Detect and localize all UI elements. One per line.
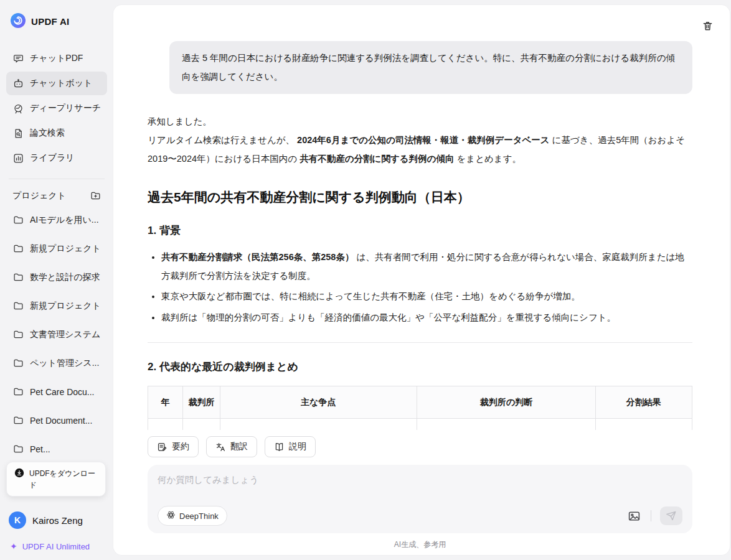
- translate-button[interactable]: 翻訳: [206, 436, 257, 457]
- cell-result: 強制競売＋代金分配: [595, 419, 692, 430]
- library-icon: [12, 152, 24, 164]
- col-header-year: 年: [148, 386, 183, 419]
- col-header-court: 裁判所: [183, 386, 220, 419]
- col-header-result: 分割結果: [595, 386, 692, 419]
- download-updf-button[interactable]: UPDFをダウンロード: [6, 462, 106, 497]
- section-2-title: 2. 代表的な最近の裁判例まとめ: [148, 357, 692, 378]
- projects-header: プロジェクト: [6, 187, 107, 207]
- chat-pdf-icon: [12, 53, 24, 64]
- chat-input-area: DeepThink: [148, 465, 692, 533]
- sidebar-item-deep-research[interactable]: ディープリサーチ: [6, 96, 107, 120]
- project-item[interactable]: AIモデルを用い...: [6, 207, 107, 234]
- input-toolbar: DeepThink: [158, 506, 682, 526]
- project-label: 新規プロジェクト: [30, 301, 101, 312]
- bullet-item: 共有不動産分割請求（民法第256条、第258条） は、共有者間で利用・処分に関す…: [161, 248, 692, 285]
- folder-icon: [12, 329, 24, 340]
- sidebar-item-paper-search[interactable]: 論文検索: [6, 121, 107, 145]
- updf-logo-icon: [10, 12, 26, 30]
- folder-icon: [12, 243, 24, 254]
- explain-icon: [274, 442, 285, 452]
- folder-icon: [12, 358, 24, 369]
- delete-chat-button[interactable]: [700, 19, 715, 35]
- explain-button[interactable]: 説明: [265, 436, 316, 457]
- brand: UPDF AI: [10, 12, 103, 30]
- project-item[interactable]: Pet Care Docu...: [6, 378, 107, 406]
- chat-bottom-panel: 要約 翻訳: [113, 430, 730, 555]
- folder-icon: [12, 444, 24, 455]
- cell-court: 東京地裁: [183, 419, 220, 430]
- sidebar-item-library[interactable]: ライブラリ: [6, 146, 107, 170]
- response-title: 過去5年間の共有不動産分割に関する判例動向（日本）: [148, 187, 692, 207]
- action-label: 翻訳: [230, 441, 248, 452]
- bullet-text: 東京や大阪など都市圏では、特に相続によって生じた共有不動産（住宅・土地）をめぐる…: [161, 291, 580, 301]
- action-label: 説明: [289, 441, 306, 452]
- toolbar-divider: [651, 510, 651, 521]
- project-item[interactable]: Pet Document...: [6, 407, 107, 434]
- send-button[interactable]: [660, 506, 682, 525]
- intro-bold: 共有不動産の分割に関する判例の傾向: [299, 154, 454, 164]
- chat-messages[interactable]: 過去 5 年間の日本における財産紛争に関連する判例法を調査してください。特に、共…: [113, 5, 730, 430]
- project-item[interactable]: 数学と設計の探求: [6, 264, 107, 291]
- bullet-bold: 共有不動産分割請求（民法第256条、第258条）: [161, 252, 354, 262]
- folder-icon: [12, 386, 24, 398]
- table-header-row: 年 裁判所 主な争点 裁判所の判断 分割結果: [148, 386, 692, 419]
- new-project-icon[interactable]: [90, 190, 101, 202]
- input-right-controls: [626, 506, 682, 525]
- background-bullets: 共有不動産分割請求（民法第256条、第258条） は、共有者間で利用・処分に関す…: [148, 248, 692, 327]
- projects-title: プロジェクト: [12, 190, 66, 202]
- project-item[interactable]: 新規プロジェクト: [6, 235, 107, 263]
- user-name: Kairos Zeng: [32, 515, 83, 526]
- translate-icon: [215, 442, 226, 452]
- project-label: AIモデルを用い...: [30, 215, 99, 226]
- intro-text: をまとめます。: [454, 154, 521, 164]
- sidebar-item-label: チャットPDF: [30, 53, 83, 64]
- plan-badge[interactable]: ✦ UPDF AI Unlimited: [6, 533, 107, 553]
- intro-bold: 2024年6月までの公知の司法情報・報道・裁判例データベース: [297, 135, 550, 145]
- project-item[interactable]: 新規プロジェクト: [6, 292, 107, 320]
- project-label: Pet...: [30, 444, 50, 454]
- folder-icon: [12, 272, 24, 283]
- download-label: UPDFをダウンロード: [29, 468, 98, 490]
- sidebar-item-label: ライブラリ: [30, 152, 75, 164]
- deepthink-toggle[interactable]: DeepThink: [158, 506, 227, 526]
- bullet-item: 東京や大阪など都市圏では、特に相続によって生じた共有不動産（住宅・土地）をめぐる…: [161, 287, 692, 306]
- deep-research-icon: [12, 103, 24, 114]
- user-profile[interactable]: K Kairos Zeng: [6, 508, 107, 533]
- project-label: 数学と設計の探求: [30, 272, 100, 283]
- project-item[interactable]: Pet...: [6, 436, 107, 460]
- ai-response: 承知しました。 リアルタイム検索は行えませんが、 2024年6月までの公知の司法…: [148, 113, 692, 430]
- cell-year: 2023: [148, 419, 183, 430]
- table-row: 2023 東京地裁 相続で取得した土地を兄弟2人で共有、1人が売却希望、他方は居…: [148, 419, 692, 430]
- case-law-table: 年 裁判所 主な争点 裁判所の判断 分割結果 2023 東京地裁 相続で取得した…: [148, 386, 692, 430]
- project-label: Pet Care Docu...: [30, 387, 95, 397]
- sidebar-divider: [9, 179, 105, 179]
- section-1-title: 1. 背景: [148, 220, 692, 242]
- col-header-judgement: 裁判所の判断: [417, 386, 596, 419]
- project-label: 文書管理システム: [30, 329, 100, 340]
- folder-icon: [12, 301, 24, 312]
- col-header-issue: 主な争点: [220, 386, 417, 419]
- sidebar-item-label: チャットボット: [30, 78, 92, 89]
- summarize-icon: [157, 442, 167, 452]
- chatbot-icon: [12, 78, 24, 89]
- sidebar-item-chatbot[interactable]: チャットボット: [6, 72, 107, 95]
- section-divider: [148, 342, 692, 343]
- sidebar-item-chat-pdf[interactable]: チャットPDF: [6, 47, 107, 70]
- chat-input[interactable]: [158, 475, 682, 485]
- sidebar-item-label: 論文検索: [30, 128, 65, 139]
- sidebar: UPDF AI チャットPDF: [0, 0, 113, 560]
- quick-actions: 要約 翻訳: [148, 436, 692, 457]
- deepthink-icon: [166, 510, 176, 521]
- cell-issue: 相続で取得した土地を兄弟2人で共有、1人が売却希望、他方は居住継続希望: [220, 419, 417, 430]
- sparkle-icon: ✦: [10, 541, 17, 551]
- plan-label: UPDF AI Unlimited: [22, 542, 90, 551]
- attach-image-button[interactable]: [626, 508, 642, 524]
- project-label: Pet Document...: [30, 416, 92, 426]
- project-item[interactable]: 文書管理システム: [6, 321, 107, 348]
- ai-intro: リアルタイム検索は行えませんが、 2024年6月までの公知の司法情報・報道・裁判…: [148, 131, 692, 168]
- folder-icon: [12, 415, 24, 426]
- summarize-button[interactable]: 要約: [148, 436, 199, 457]
- paper-search-icon: [12, 128, 24, 139]
- project-item[interactable]: ペット管理シス...: [6, 350, 107, 377]
- intro-text: リアルタイム検索は行えませんが、: [148, 135, 297, 145]
